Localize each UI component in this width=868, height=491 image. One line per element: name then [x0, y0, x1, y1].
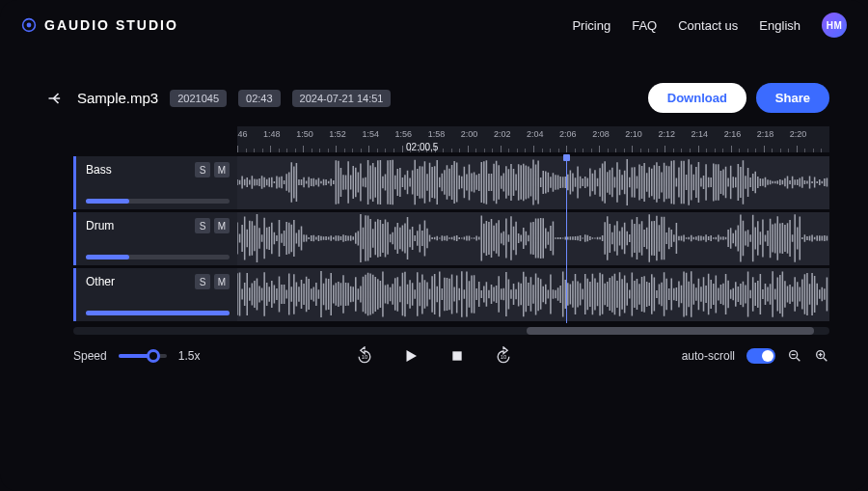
solo-button[interactable]: S	[195, 218, 210, 233]
solo-button[interactable]: S	[195, 274, 210, 289]
transport-center: 10 10	[355, 346, 513, 366]
scrollbar-thumb[interactable]	[527, 327, 814, 335]
volume-slider[interactable]	[86, 255, 230, 259]
time-ruler[interactable]: 1:461:481:501:521:541:561:582:002:022:04…	[237, 126, 829, 153]
back-arrow-icon[interactable]	[46, 89, 66, 108]
track-name: Bass	[86, 163, 112, 177]
nav-language[interactable]: English	[759, 18, 800, 33]
nav-pricing[interactable]: Pricing	[572, 18, 610, 33]
track-row: Bass S M	[73, 156, 829, 209]
svg-text:10: 10	[501, 354, 507, 360]
download-button[interactable]: Download	[648, 83, 746, 113]
mute-button[interactable]: M	[214, 162, 230, 177]
speed-slider[interactable]	[119, 354, 167, 358]
brand-text: GAUDIO STUDIO	[44, 17, 178, 33]
stop-button[interactable]	[448, 346, 467, 366]
file-duration-chip: 02:43	[238, 90, 281, 107]
track-waveform[interactable]	[237, 268, 829, 321]
file-id-chip: 2021045	[170, 90, 227, 107]
ruler-tick: 2:20	[797, 126, 829, 152]
track-head: Bass S M	[73, 156, 237, 209]
solo-button[interactable]: S	[195, 162, 210, 177]
nav-right: Pricing FAQ Contact us English HM	[572, 13, 847, 38]
track-row: Drum S M	[73, 212, 829, 265]
autoscroll-toggle[interactable]	[746, 348, 775, 364]
brand-icon	[21, 17, 37, 33]
forward-10-button[interactable]: 10	[494, 346, 513, 366]
zoom-out-icon[interactable]	[787, 348, 802, 364]
track-name: Drum	[86, 219, 114, 232]
mute-button[interactable]: M	[214, 218, 230, 233]
brand[interactable]: GAUDIO STUDIO	[21, 17, 178, 33]
track-row: Other S M	[73, 268, 829, 321]
track-head: Drum S M	[73, 212, 237, 265]
horizontal-scrollbar[interactable]	[73, 327, 829, 335]
track-name: Other	[86, 275, 115, 288]
svg-text:10: 10	[362, 354, 368, 360]
nav-faq[interactable]: FAQ	[632, 18, 657, 33]
file-name: Sample.mp3	[77, 90, 158, 106]
speed-slider-knob[interactable]	[147, 349, 160, 363]
speed-value: 1.5x	[178, 349, 201, 363]
autoscroll-label: auto-scroll	[682, 349, 735, 363]
nav-contact[interactable]: Contact us	[678, 18, 738, 33]
play-button[interactable]	[401, 346, 420, 366]
playhead-time: 02:00,5	[406, 142, 438, 152]
transport-bar: Speed 1.5x 10 10 auto-scroll	[0, 335, 868, 364]
svg-rect-3	[452, 351, 461, 360]
volume-slider[interactable]	[86, 199, 230, 204]
svg-point-1	[27, 23, 32, 28]
track-waveform[interactable]	[237, 156, 829, 209]
transport-right: auto-scroll	[682, 348, 829, 364]
file-date-chip: 2024-07-21 14:51	[292, 90, 392, 107]
mute-button[interactable]: M	[214, 274, 230, 289]
volume-slider[interactable]	[86, 311, 230, 315]
rewind-10-button[interactable]: 10	[355, 346, 374, 366]
top-nav: GAUDIO STUDIO Pricing FAQ Contact us Eng…	[0, 0, 868, 50]
zoom-in-icon[interactable]	[814, 348, 829, 364]
avatar[interactable]: HM	[822, 13, 847, 38]
tracks-container: 02:00,5 Bass S M Drum S M	[73, 156, 829, 321]
file-bar: Sample.mp3 2021045 02:43 2024-07-21 14:5…	[0, 50, 868, 126]
track-waveform[interactable]	[237, 212, 829, 265]
speed-label: Speed	[73, 349, 107, 363]
track-head: Other S M	[73, 268, 237, 321]
share-button[interactable]: Share	[756, 83, 829, 113]
editor: 1:461:481:501:521:541:561:582:002:022:04…	[0, 126, 868, 335]
